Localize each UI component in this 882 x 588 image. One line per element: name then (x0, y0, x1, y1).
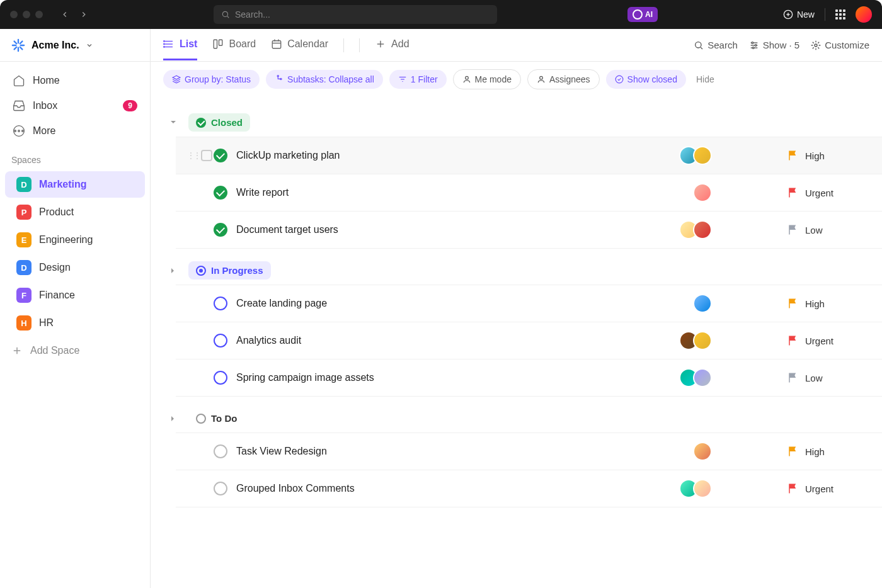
workspace-switcher[interactable]: Acme Inc. (0, 29, 150, 62)
task-status-icon[interactable] (214, 334, 227, 348)
task-status-icon[interactable] (214, 297, 227, 310)
nav-home[interactable]: Home (6, 68, 144, 93)
tab-label: List (180, 38, 197, 50)
svg-point-41 (815, 44, 817, 47)
drag-handle-icon[interactable]: ⋮⋮ (187, 151, 200, 160)
ai-button[interactable]: AI (627, 7, 658, 22)
search-input[interactable]: Search... (214, 5, 497, 24)
svg-rect-26 (219, 40, 222, 45)
back-icon[interactable] (60, 10, 69, 19)
task-row[interactable]: Task View RedesignHigh (176, 433, 882, 470)
priority[interactable]: High (788, 150, 863, 161)
priority[interactable]: Low (788, 372, 863, 383)
nav-arrows[interactable] (60, 10, 88, 19)
caret-icon[interactable] (169, 119, 177, 127)
task-status-icon[interactable] (214, 186, 227, 200)
assignees[interactable] (693, 183, 712, 202)
avatar[interactable] (693, 479, 712, 498)
caret-icon[interactable] (169, 415, 177, 422)
caret-icon[interactable] (169, 267, 177, 274)
assignees-chip[interactable]: Assignees (527, 69, 600, 89)
assignees[interactable] (679, 368, 712, 387)
space-icon: H (16, 315, 32, 331)
group-header[interactable]: To Do (151, 404, 882, 433)
avatar[interactable] (693, 442, 712, 461)
assignees[interactable] (679, 331, 712, 350)
task-status-icon[interactable] (214, 482, 227, 495)
space-hr[interactable]: HHR (5, 310, 145, 336)
filter-chip[interactable]: 1 Filter (389, 70, 447, 89)
hide-button[interactable]: Hide (696, 74, 714, 84)
task-row[interactable]: Grouped Inbox CommentsUrgent (176, 470, 882, 507)
task-status-icon[interactable] (214, 149, 227, 162)
priority[interactable]: High (788, 298, 863, 309)
task-name: Write report (236, 187, 693, 198)
nav-label: Home (33, 75, 60, 86)
assignees[interactable] (679, 479, 712, 498)
tab-calendar[interactable]: Calendar (271, 30, 328, 60)
nav-label: More (33, 125, 55, 137)
tab-add[interactable]: Add (375, 30, 409, 60)
priority[interactable]: Urgent (788, 335, 863, 346)
group-header[interactable]: In Progress (151, 256, 882, 285)
user-avatar[interactable] (856, 6, 872, 23)
space-marketing[interactable]: DMarketing (5, 171, 145, 198)
task-row[interactable]: Analytics auditUrgent (176, 322, 882, 359)
assignees[interactable] (693, 442, 712, 461)
group-header[interactable]: Closed (151, 108, 882, 137)
avatar[interactable] (693, 146, 712, 165)
forward-icon[interactable] (79, 10, 88, 19)
task-row[interactable]: Document target usersLow (176, 212, 882, 249)
task-status-icon[interactable] (214, 223, 227, 237)
assignees[interactable] (679, 220, 712, 239)
task-status-icon[interactable] (214, 444, 227, 458)
tab-list[interactable]: List (163, 30, 197, 60)
assignees[interactable] (679, 146, 712, 165)
check-circle-icon (615, 75, 624, 84)
task-row[interactable]: Spring campaign image assetsLow (176, 359, 882, 397)
tab-board[interactable]: Board (212, 30, 256, 60)
space-finance[interactable]: FFinance (5, 282, 145, 308)
show-button[interactable]: Show · 5 (749, 40, 799, 50)
task-status-icon[interactable] (214, 371, 227, 385)
space-label: HR (39, 317, 54, 329)
add-space-button[interactable]: Add Space (0, 337, 150, 364)
task-row[interactable]: Write reportUrgent (176, 174, 882, 212)
sliders-icon (749, 40, 759, 50)
avatar[interactable] (693, 294, 712, 313)
subtasks-chip[interactable]: Subtasks: Collapse all (266, 70, 383, 89)
priority[interactable]: High (788, 446, 863, 457)
avatar[interactable] (693, 368, 712, 387)
me-mode-chip[interactable]: Me mode (453, 69, 521, 89)
group-by-chip[interactable]: Group by: Status (163, 70, 260, 89)
nav-label: Inbox (33, 100, 57, 111)
avatar[interactable] (693, 331, 712, 350)
space-icon: D (16, 177, 32, 192)
avatar[interactable] (693, 220, 712, 239)
plus-icon (11, 345, 23, 356)
task-row[interactable]: Create landing pageHigh (176, 285, 882, 322)
space-label: Marketing (39, 179, 87, 190)
flag-icon (788, 150, 799, 161)
customize-button[interactable]: Customize (811, 40, 869, 50)
space-engineering[interactable]: EEngineering (5, 227, 145, 253)
space-product[interactable]: PProduct (5, 199, 145, 225)
priority[interactable]: Urgent (788, 187, 863, 198)
status-progress-icon (196, 266, 206, 276)
nav-inbox[interactable]: Inbox9 (6, 93, 144, 118)
view-search-button[interactable]: Search (694, 40, 738, 50)
show-closed-chip[interactable]: Show closed (606, 70, 686, 89)
priority[interactable]: Low (788, 224, 863, 235)
window-controls[interactable] (10, 11, 43, 18)
new-button[interactable]: New (783, 9, 815, 20)
nav-more[interactable]: More (6, 118, 144, 144)
space-design[interactable]: DDesign (5, 254, 145, 281)
plus-icon (375, 38, 386, 50)
checkbox[interactable] (201, 150, 212, 161)
priority[interactable]: Urgent (788, 483, 863, 494)
assignees[interactable] (693, 294, 712, 313)
priority-label: High (805, 298, 825, 309)
apps-icon[interactable] (835, 9, 845, 20)
avatar[interactable] (693, 183, 712, 202)
task-row[interactable]: ⋮⋮ClickUp marketing planHigh (176, 137, 882, 174)
